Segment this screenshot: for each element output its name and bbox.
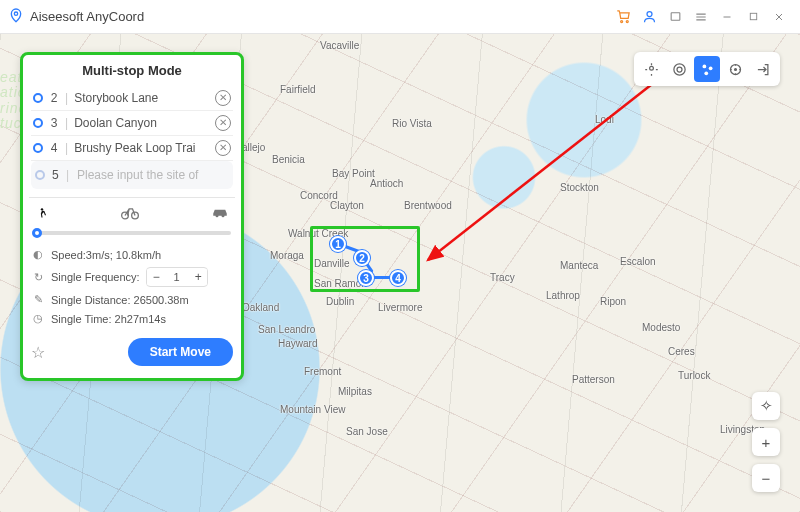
favorite-icon[interactable]: ☆ (31, 343, 45, 362)
multistop-panel: Multi-stop Mode 2 | Storybook Lane ✕ 3 |… (20, 52, 244, 381)
cart-icon[interactable] (610, 4, 636, 30)
freq-label: Single Frequency: (51, 271, 140, 283)
mode-bike[interactable] (120, 206, 140, 225)
stop-label: Storybook Lane (74, 91, 209, 105)
freq-plus-button[interactable]: + (189, 269, 207, 285)
speed-readout: ◐ Speed:3m/s; 10.8km/h (31, 245, 233, 264)
repeat-icon: ↻ (31, 271, 45, 284)
mode-single-icon[interactable] (666, 56, 692, 82)
time-text: Single Time: 2h27m14s (51, 313, 166, 325)
slider-knob[interactable] (32, 228, 42, 238)
gauge-icon: ◐ (31, 248, 45, 261)
svg-rect-5 (750, 13, 756, 19)
freq-value: 1 (165, 271, 189, 283)
mode-joystick-icon[interactable] (722, 56, 748, 82)
maximize-icon[interactable] (740, 4, 766, 30)
stop-dot-icon (33, 143, 43, 153)
mode-walk[interactable] (35, 206, 49, 225)
freq-minus-button[interactable]: − (147, 269, 165, 285)
stop-index: 4 (49, 141, 59, 155)
svg-point-17 (734, 68, 736, 70)
mode-exit-icon[interactable] (750, 56, 776, 82)
start-move-button[interactable]: Start Move (128, 338, 233, 366)
stop-index: 3 (49, 116, 59, 130)
distance-row: ✎ Single Distance: 26500.38m (31, 290, 233, 309)
titlebar: Aiseesoft AnyCoord (0, 0, 800, 34)
stop-row[interactable]: 3 | Doolan Canyon ✕ (31, 111, 233, 136)
stop-label: Brushy Peak Loop Trai (74, 141, 209, 155)
map-controls: ✧ + − (752, 392, 780, 492)
remove-stop-icon[interactable]: ✕ (215, 115, 231, 131)
menu-icon[interactable] (688, 4, 714, 30)
stop-row[interactable]: 4 | Brushy Peak Loop Trai ✕ (31, 136, 233, 161)
minimize-icon[interactable] (714, 4, 740, 30)
svg-point-3 (647, 12, 652, 17)
svg-point-0 (14, 12, 17, 15)
time-row: ◷ Single Time: 2h27m14s (31, 309, 233, 328)
close-icon[interactable] (766, 4, 792, 30)
clock-icon: ◷ (31, 312, 45, 325)
stop-dot-icon (33, 93, 43, 103)
pin-icon (8, 6, 24, 27)
svg-point-1 (620, 21, 622, 23)
app-title: Aiseesoft AnyCoord (30, 9, 144, 24)
panel-title: Multi-stop Mode (31, 63, 233, 78)
remove-stop-icon[interactable]: ✕ (215, 90, 231, 106)
stop-row-empty[interactable]: 5 | (31, 161, 233, 189)
svg-point-15 (704, 71, 708, 75)
compass-icon[interactable]: ✧ (752, 392, 780, 420)
svg-point-7 (41, 208, 43, 210)
svg-point-13 (702, 64, 706, 68)
svg-point-11 (677, 67, 682, 72)
stop-dot-icon (35, 170, 45, 180)
user-icon[interactable] (636, 4, 662, 30)
stop-input[interactable] (75, 167, 229, 183)
speed-text: Speed:3m/s; 10.8km/h (51, 249, 161, 261)
stop-dot-icon (33, 118, 43, 128)
ruler-icon: ✎ (31, 293, 45, 306)
transport-modes (31, 206, 233, 225)
distance-text: Single Distance: 26500.38m (51, 294, 189, 306)
app-brand: Aiseesoft AnyCoord (8, 6, 144, 27)
zoom-out-button[interactable]: − (752, 464, 780, 492)
stop-row[interactable]: 2 | Storybook Lane ✕ (31, 86, 233, 111)
frequency-row: ↻ Single Frequency: − 1 + (31, 264, 233, 290)
frequency-stepper: − 1 + (146, 267, 208, 287)
speed-slider[interactable] (33, 231, 231, 235)
map-mode-toolbar (634, 52, 780, 86)
stop-label: Doolan Canyon (74, 116, 209, 130)
mode-multistop-icon[interactable] (694, 56, 720, 82)
stop-index: 2 (49, 91, 59, 105)
mode-locate-icon[interactable] (638, 56, 664, 82)
window-icon[interactable] (662, 4, 688, 30)
remove-stop-icon[interactable]: ✕ (215, 140, 231, 156)
stop-index: 5 (51, 168, 60, 182)
mode-car[interactable] (211, 206, 229, 225)
svg-point-10 (649, 66, 653, 70)
zoom-in-button[interactable]: + (752, 428, 780, 456)
svg-point-12 (673, 63, 684, 74)
svg-point-14 (708, 66, 712, 70)
svg-rect-4 (671, 13, 680, 21)
main-area: eatatiorinctuc VacavilleFairfieldRio Vis… (0, 34, 800, 512)
svg-point-2 (626, 21, 628, 23)
